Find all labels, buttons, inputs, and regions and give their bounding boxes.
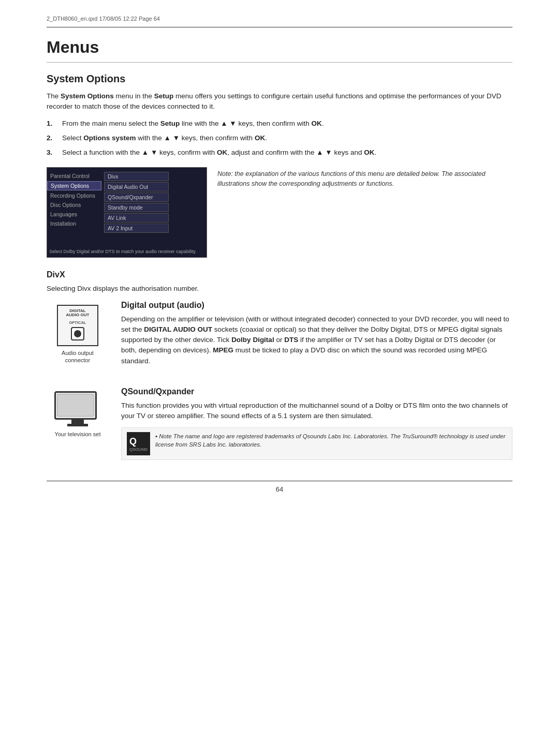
- tv-screen-inner: [57, 394, 94, 417]
- dvd-menu-screenshot: Parental Control System Options Recordin…: [47, 167, 207, 258]
- optical-label: OPTICAL: [69, 320, 86, 325]
- top-rule: [47, 27, 512, 27]
- qsound-q-letter: Q: [129, 436, 137, 447]
- submenu-qsound: QSound/Qxpander: [104, 192, 169, 202]
- bottom-rule: [47, 481, 512, 481]
- tv-base: [67, 424, 88, 426]
- digital-output-icon-area: DIGITALAUDIO OUT OPTICAL Audio outputcon…: [47, 301, 109, 373]
- audio-output-caption: Audio outputconnector: [62, 349, 94, 364]
- qsound-icon-area: Your television set: [47, 387, 109, 461]
- optical-port-inner: [74, 330, 81, 337]
- digital-audio-label: DIGITALAUDIO OUT: [59, 309, 96, 318]
- submenu-divx: Divx: [104, 172, 169, 181]
- qsound-note-box: Q QSOUND • Note The name and logo are re…: [121, 427, 512, 460]
- menu-item-disc: Disc Options: [47, 201, 101, 209]
- tv-stand: [71, 420, 84, 424]
- digital-output-heading: Digital output (audio): [121, 301, 512, 310]
- steps-list: 1. From the main menu select the Setup l…: [47, 118, 512, 158]
- digital-audio-icon-box: DIGITALAUDIO OUT OPTICAL: [57, 305, 98, 346]
- menu-item-parental: Parental Control: [47, 172, 101, 180]
- qsound-text-area: QSound/Qxpander This function provides y…: [121, 387, 512, 461]
- tv-screen: [54, 391, 97, 420]
- step-2: 2. Select Options system with the ▲ ▼ ke…: [47, 133, 512, 143]
- menu-item-installation: Installation: [47, 219, 101, 228]
- page-number: 64: [47, 485, 512, 493]
- qsound-heading: QSound/Qxpander: [121, 387, 512, 396]
- step-3: 3. Select a function with the ▲ ▼ keys, …: [47, 147, 512, 158]
- menu-item-languages: Languages: [47, 210, 101, 218]
- qsound-note-text: • Note The name and logo are registered …: [155, 432, 507, 455]
- digital-output-text: Depending on the amplifier or television…: [121, 314, 512, 366]
- qsound-note-label: QSOUND: [129, 447, 148, 452]
- submenu-digital-audio: Digital Audio Out: [104, 182, 169, 191]
- screenshot-note: Note: the explanation of the various fun…: [217, 167, 512, 258]
- tv-icon-caption: Your television set: [55, 431, 101, 438]
- menu-item-recording: Recording Options: [47, 191, 101, 200]
- qsound-text: This function provides you with virtual …: [121, 401, 512, 422]
- submenu-avlink: AV Link: [104, 213, 169, 223]
- digital-output-section: DIGITALAUDIO OUT OPTICAL Audio outputcon…: [47, 301, 512, 373]
- dvd-menu-right: Divx Digital Audio Out QSound/Qxpander S…: [104, 172, 169, 233]
- dvd-menu-bottom-text: Select Dolby Digital and/or DTS to match…: [49, 249, 204, 255]
- digital-output-text-area: Digital output (audio) Depending on the …: [121, 301, 512, 373]
- intro-text: The System Options menu in the Setup men…: [47, 91, 512, 112]
- screenshot-area: Parental Control System Options Recordin…: [47, 167, 512, 258]
- dvd-menu-left: Parental Control System Options Recordin…: [47, 172, 101, 228]
- qsound-section: Your television set QSound/Qxpander This…: [47, 387, 512, 461]
- qsound-note-icon: Q QSOUND: [127, 432, 150, 455]
- cropmark-text: 2_DTH8060_en.qxd 17/08/05 12:22 Page 64: [47, 10, 512, 22]
- title-rule: [47, 62, 512, 63]
- step-1: 1. From the main menu select the Setup l…: [47, 118, 512, 129]
- section-heading: System Options: [47, 73, 512, 85]
- tv-icon-box: [54, 391, 101, 427]
- divx-text: Selecting Divx displays the authorisatio…: [47, 284, 512, 294]
- optical-port-icon: [71, 327, 84, 340]
- divx-heading: DivX: [47, 270, 512, 279]
- submenu-av2input: AV 2 Input: [104, 224, 169, 233]
- menu-item-system: System Options: [47, 181, 101, 190]
- divx-section: DivX Selecting Divx displays the authori…: [47, 270, 512, 294]
- submenu-standby: Standby mode: [104, 203, 169, 212]
- page-title: Menus: [47, 38, 512, 57]
